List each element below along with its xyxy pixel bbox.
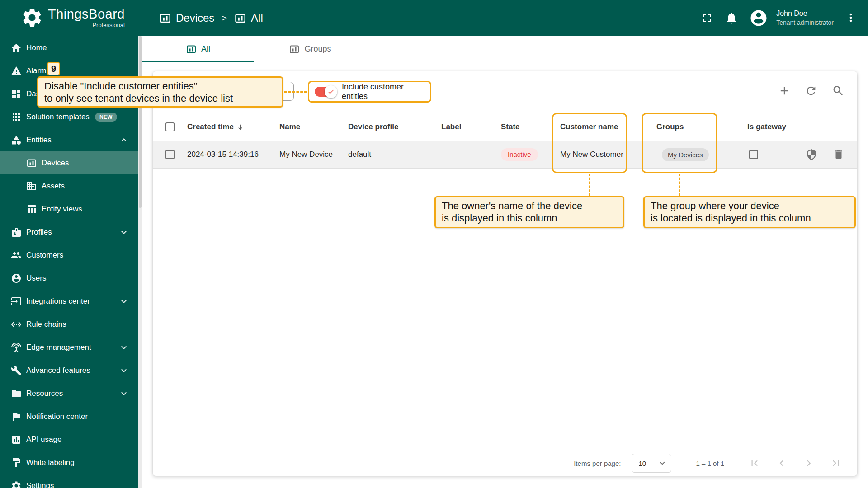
column-header-customer-name[interactable]: Customer name: [560, 113, 618, 141]
sort-desc-icon[interactable]: [236, 123, 244, 131]
brand-edition: Professional: [92, 22, 125, 28]
user-info: John Doe Tenant administrator: [776, 9, 834, 27]
select-all-checkbox[interactable]: [165, 122, 175, 131]
tab-groups[interactable]: Groups: [254, 36, 366, 62]
sidebar-item-advanced-features[interactable]: Advanced features: [0, 359, 138, 382]
notification-flag-icon: [11, 411, 22, 422]
scrollbar-thumb[interactable]: [139, 36, 142, 208]
chevron-down-icon: [118, 296, 129, 307]
sidebar-item-notification-center[interactable]: Notification center: [0, 405, 138, 428]
assets-icon: [26, 181, 37, 192]
page-range-label: 1 – 1 of 1: [696, 460, 724, 467]
row-checkbox[interactable]: [165, 150, 175, 159]
settings-gear-icon: [11, 480, 22, 488]
sidebar-item-white-labeling[interactable]: White labeling: [0, 451, 138, 474]
customer-callout-line2: is displayed in this column: [442, 212, 617, 224]
customer-callout-connector: [589, 174, 590, 196]
notifications-bell-icon[interactable]: [725, 11, 738, 25]
toggle-callout: Disable "Include customer entities" to o…: [37, 76, 283, 108]
sidebar-item-edge-management[interactable]: Edge management: [0, 336, 138, 359]
sidebar-item-home[interactable]: Home: [0, 36, 138, 59]
delete-trash-icon[interactable]: [833, 149, 844, 160]
chevron-down-icon: [118, 365, 129, 376]
customers-people-icon: [11, 250, 22, 261]
alarms-warning-icon: [11, 66, 22, 76]
devices-icon: [26, 158, 37, 169]
include-customer-entities-label: Include customer entities: [342, 82, 430, 101]
entity-tabbar: All Groups: [142, 36, 868, 62]
cell-created-time: 2024-03-15 14:39:16: [187, 141, 259, 168]
edge-antenna-icon: [11, 342, 22, 353]
sidebar-item-resources[interactable]: Resources: [0, 382, 138, 405]
sidebar-item-devices[interactable]: Devices: [0, 151, 138, 174]
integrations-input-icon: [11, 296, 22, 307]
sidebar-item-assets[interactable]: Assets: [0, 174, 138, 197]
last-page-button[interactable]: [830, 457, 842, 469]
top-bar: ThingsBoard Professional Devices > All: [0, 0, 868, 36]
tab-all[interactable]: All: [142, 36, 254, 62]
user-name: John Doe: [776, 9, 834, 18]
sidebar-item-label: White labeling: [26, 458, 75, 467]
sidebar-item-users[interactable]: Users: [0, 267, 138, 290]
sidebar-item-customers[interactable]: Customers: [0, 244, 138, 267]
column-header-groups[interactable]: Groups: [656, 113, 684, 141]
sidebar-item-label: Integrations center: [26, 297, 90, 306]
column-header-label[interactable]: Label: [441, 113, 461, 141]
security-shield-icon[interactable]: [806, 149, 817, 160]
customer-callout-line1: The owner's name of the device: [442, 200, 617, 212]
cell-name: My New Device: [279, 141, 333, 168]
sidebar-item-label: Edge management: [26, 343, 91, 352]
devices-icon: [159, 12, 171, 24]
more-vert-icon[interactable]: [844, 11, 858, 25]
sidebar-item-label: Advanced features: [26, 366, 90, 375]
breadcrumb-all[interactable]: All: [234, 12, 263, 24]
column-header-is-gateway[interactable]: Is gateway: [747, 113, 786, 141]
breadcrumb-separator: >: [222, 13, 227, 23]
sidebar-item-profiles[interactable]: Profiles: [0, 221, 138, 244]
new-badge: NEW: [95, 113, 117, 122]
white-labeling-paint-icon: [11, 457, 22, 468]
brand-name: ThingsBoard: [48, 7, 125, 21]
cell-customer-name: My New Customer: [560, 141, 623, 168]
sidebar-item-rule-chains[interactable]: Rule chains: [0, 313, 138, 336]
column-header-device-profile[interactable]: Device profile: [348, 113, 399, 141]
sidebar-item-label: Notification center: [26, 412, 88, 421]
toggle-callout-connector: [284, 91, 307, 93]
groups-callout: The group where your device is located i…: [643, 196, 856, 228]
device-groups-icon: [289, 44, 300, 55]
breadcrumb: Devices > All: [159, 0, 263, 36]
next-page-button[interactable]: [803, 457, 815, 469]
sidebar-item-solution-templates[interactable]: Solution templates NEW: [0, 105, 138, 128]
refresh-button[interactable]: [805, 84, 817, 97]
first-page-button[interactable]: [749, 457, 760, 469]
sidebar-item-entities[interactable]: Entities: [0, 128, 138, 151]
column-header-state[interactable]: State: [501, 113, 520, 141]
sidebar-item-label: Rule chains: [26, 320, 66, 329]
table-row[interactable]: 2024-03-15 14:39:16 My New Device defaul…: [153, 141, 857, 169]
column-header-name[interactable]: Name: [279, 113, 300, 141]
profiles-badge-icon: [11, 227, 22, 238]
sidebar-item-label: Profiles: [26, 228, 52, 237]
column-header-created-time[interactable]: Created time: [187, 113, 244, 141]
breadcrumb-devices[interactable]: Devices: [159, 12, 214, 24]
toggle-callout-line2: to only see tenant devices in the device…: [44, 92, 276, 104]
items-per-page-value: 10: [638, 460, 646, 467]
is-gateway-checkbox[interactable]: [749, 150, 758, 159]
sidebar-item-api-usage[interactable]: API usage: [0, 428, 138, 451]
items-per-page-select[interactable]: 10: [632, 454, 671, 473]
sidebar-item-integrations-center[interactable]: Integrations center: [0, 290, 138, 313]
user-avatar[interactable]: [749, 9, 768, 28]
add-entity-button[interactable]: [778, 84, 791, 97]
sidebar-item-settings[interactable]: Settings: [0, 474, 138, 488]
paginator: Items per page: 10 1 – 1 of 1: [153, 450, 857, 476]
sidebar-item-entity-views[interactable]: Entity views: [0, 197, 138, 221]
include-customer-entities-toggle[interactable]: [315, 87, 336, 97]
app-logo: ThingsBoard Professional: [21, 6, 125, 29]
previous-page-button[interactable]: [776, 457, 788, 469]
chevron-down-icon: [118, 342, 129, 353]
sidebar-item-label: Settings: [26, 481, 54, 488]
tutorial-step-badge: 9: [47, 62, 60, 75]
user-role: Tenant administrator: [776, 18, 834, 27]
search-button[interactable]: [832, 84, 844, 97]
fullscreen-icon[interactable]: [700, 11, 714, 25]
